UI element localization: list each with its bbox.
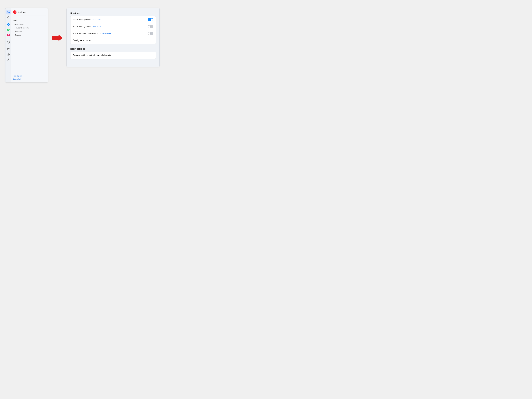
- divider-2: [7, 38, 10, 39]
- star-icon[interactable]: [6, 15, 11, 20]
- nav-title: Settings: [18, 11, 26, 13]
- keyboard-shortcuts-label-group: Enable advanced keyboard shortcuts Learn…: [73, 32, 111, 34]
- mouse-gestures-label-group: Enable mouse gestures Learn more: [73, 19, 101, 21]
- instagram-icon[interactable]: [6, 33, 11, 38]
- rocker-gestures-row: Enable rocker gestures Learn more: [70, 23, 156, 30]
- mouse-gestures-learn-more-link[interactable]: Learn more: [92, 19, 101, 21]
- advanced-section-label[interactable]: ▲ Advanced: [13, 23, 46, 25]
- shortcuts-section-title: Shortcuts: [70, 12, 156, 14]
- whatsapp-icon[interactable]: [6, 27, 11, 32]
- reset-card: Restore settings to their original defau…: [70, 52, 156, 59]
- reset-section-title: Reset settings: [70, 48, 156, 50]
- sidebar-item-privacy-security[interactable]: Privacy & security: [13, 26, 46, 30]
- advanced-chevron-up-icon: ▲: [13, 24, 15, 25]
- messenger-icon[interactable]: [6, 22, 11, 27]
- configure-shortcuts-label: Configure shortcuts: [73, 39, 91, 42]
- svg-point-6: [9, 34, 9, 35]
- shortcuts-card: Enable mouse gestures Learn more Enable …: [70, 16, 156, 44]
- restore-defaults-row[interactable]: Restore settings to their original defau…: [70, 52, 156, 59]
- configure-shortcuts-row[interactable]: Configure shortcuts ›: [70, 37, 156, 44]
- restore-defaults-label: Restore settings to their original defau…: [73, 54, 111, 57]
- reset-settings-section: Reset settings Restore settings to their…: [70, 48, 156, 59]
- settings-icon[interactable]: [6, 57, 11, 62]
- mouse-gestures-toggle-slider: [148, 18, 153, 21]
- opera-logo-icon: [13, 10, 17, 14]
- svg-rect-4: [7, 34, 10, 36]
- settings-panel: Shortcuts Enable mouse gestures Learn mo…: [66, 8, 160, 67]
- nav-panel: Settings Basic ▲ Advanced Privacy & secu…: [11, 8, 48, 82]
- rocker-gestures-label: Enable rocker gestures: [73, 25, 91, 27]
- home-icon[interactable]: [6, 10, 11, 14]
- rate-opera-link[interactable]: Rate Opera: [13, 75, 46, 77]
- svg-marker-13: [52, 35, 63, 41]
- nav-header: Settings: [13, 10, 46, 16]
- keyboard-shortcuts-learn-more-link[interactable]: Learn more: [102, 32, 111, 34]
- mouse-gestures-toggle[interactable]: [148, 18, 153, 21]
- arrow-container: [48, 35, 66, 41]
- keyboard-shortcuts-toggle[interactable]: [148, 32, 153, 35]
- mouse-gestures-row: Enable mouse gestures Learn more: [70, 16, 156, 23]
- keyboard-shortcuts-toggle-slider: [148, 32, 153, 35]
- shortcuts-section: Shortcuts Enable mouse gestures Learn mo…: [70, 12, 156, 44]
- heart-icon[interactable]: [6, 47, 11, 52]
- rocker-gestures-toggle[interactable]: [148, 25, 153, 28]
- rocker-gestures-label-group: Enable rocker gestures Learn more: [73, 25, 101, 27]
- nav-links: Rate Opera Opera help: [13, 72, 46, 80]
- sidebar-item-browser[interactable]: Browser: [13, 33, 46, 37]
- sidebar-icons: [6, 8, 11, 82]
- rocker-gestures-toggle-slider: [148, 25, 153, 28]
- restore-defaults-chevron-icon: ›: [152, 54, 153, 56]
- mouse-gestures-label: Enable mouse gestures: [73, 19, 91, 21]
- svg-point-9: [8, 59, 9, 60]
- right-arrow-icon: [52, 35, 63, 41]
- play-icon[interactable]: [6, 40, 11, 44]
- configure-shortcuts-chevron-icon: ›: [152, 39, 153, 42]
- rocker-gestures-learn-more-link[interactable]: Learn more: [92, 25, 101, 27]
- keyboard-shortcuts-row: Enable advanced keyboard shortcuts Learn…: [70, 30, 156, 37]
- page-wrapper: Settings Basic ▲ Advanced Privacy & secu…: [5, 8, 527, 82]
- keyboard-shortcuts-label: Enable advanced keyboard shortcuts: [73, 32, 101, 34]
- basic-section-label: Basic: [13, 19, 46, 21]
- svg-rect-1: [8, 13, 9, 13]
- clock-icon[interactable]: [6, 52, 11, 57]
- sidebar-item-features[interactable]: Features: [13, 30, 46, 33]
- browser-window: Settings Basic ▲ Advanced Privacy & secu…: [5, 8, 48, 82]
- opera-help-link[interactable]: Opera help: [13, 78, 46, 80]
- svg-point-12: [14, 11, 15, 13]
